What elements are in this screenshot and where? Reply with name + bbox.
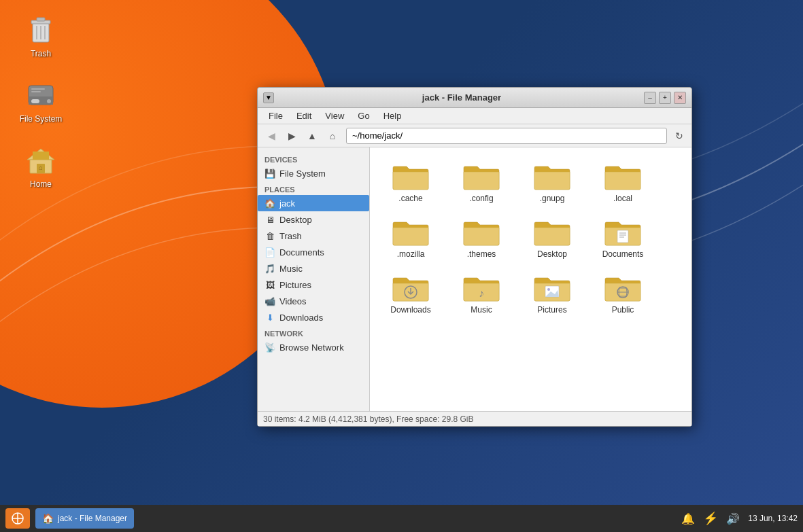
maximize-button[interactable]: + bbox=[659, 92, 671, 104]
menu-view[interactable]: View bbox=[320, 109, 349, 122]
places-header: PLACES bbox=[258, 181, 369, 195]
file-item-gnupg[interactable]: .gnupg bbox=[518, 154, 586, 207]
pictures-folder-label: Pictures bbox=[537, 305, 566, 315]
svg-point-25 bbox=[547, 288, 550, 291]
sidebar-item-documents[interactable]: 📄 Documents bbox=[258, 244, 369, 260]
desktop-icon-home[interactable]: ⌂ Home bbox=[14, 144, 68, 189]
taskbar: 🏠 jack - File Manager 🔔 ⚡ 🔊 13 Jun, 13:4… bbox=[0, 505, 803, 532]
sidebar-documents-label: Documents bbox=[279, 247, 324, 258]
desktop-folder-label: Desktop bbox=[537, 249, 567, 259]
file-manager-window: ▼ jack - File Manager – + ✕ File Edit Vi… bbox=[257, 87, 692, 427]
up-button[interactable]: ▲ bbox=[303, 127, 322, 145]
window-menu-button[interactable]: ▼ bbox=[263, 92, 274, 103]
file-item-config[interactable]: .config bbox=[447, 154, 515, 207]
main-content: DEVICES 💾 File System PLACES 🏠 jack 🖥 De… bbox=[258, 147, 691, 411]
menu-edit[interactable]: Edit bbox=[291, 109, 317, 122]
home-button[interactable]: ⌂ bbox=[323, 127, 342, 145]
status-bar: 30 items: 4.2 MiB (4,412,381 bytes), Fre… bbox=[258, 411, 691, 426]
public-folder-label: Public bbox=[612, 305, 634, 315]
sidebar-music-label: Music bbox=[279, 264, 303, 274]
downloads-folder-icon bbox=[392, 270, 430, 302]
downloads-sidebar-icon: ⬇ bbox=[264, 312, 275, 323]
sidebar-trash-label: Trash bbox=[279, 231, 302, 241]
sidebar-item-trash[interactable]: 🗑 Trash bbox=[258, 228, 369, 244]
file-item-cache[interactable]: .cache bbox=[377, 154, 445, 207]
filesystem-sidebar-icon: 💾 bbox=[264, 168, 275, 179]
back-button[interactable]: ◀ bbox=[262, 127, 281, 145]
sidebar-item-filesystem[interactable]: 💾 File System bbox=[258, 165, 369, 181]
file-item-public[interactable]: Public bbox=[589, 266, 657, 319]
status-text: 30 items: 4.2 MiB (4,412,381 bytes), Fre… bbox=[263, 414, 474, 424]
file-item-desktop-folder[interactable]: Desktop bbox=[518, 210, 586, 263]
themes-label: .themes bbox=[467, 249, 496, 259]
desktop-icon-filesystem[interactable]: File System bbox=[14, 79, 68, 124]
file-grid: .cache .config bbox=[370, 147, 691, 411]
menu-help[interactable]: Help bbox=[378, 109, 407, 122]
address-bar[interactable] bbox=[346, 128, 667, 144]
desktop-icons-container: Trash File System bbox=[14, 14, 68, 189]
trash-label: Trash bbox=[31, 49, 51, 58]
svg-rect-2 bbox=[37, 18, 45, 21]
minimize-button[interactable]: – bbox=[644, 92, 656, 104]
window-controls: – + ✕ bbox=[644, 92, 686, 104]
bell-icon[interactable]: 🔔 bbox=[681, 512, 695, 525]
sidebar-pictures-label: Pictures bbox=[279, 280, 311, 290]
sidebar-item-desktop[interactable]: 🖥 Desktop bbox=[258, 211, 369, 228]
sidebar-jack-label: jack bbox=[279, 198, 295, 209]
sidebar-network-label: Browse Network bbox=[279, 342, 344, 353]
desktop: Trash File System bbox=[0, 0, 803, 532]
power-icon[interactable]: ⚡ bbox=[703, 511, 718, 526]
file-item-mozilla[interactable]: .mozilla bbox=[377, 210, 445, 263]
taskbar-right: 🔔 ⚡ 🔊 13 Jun, 13:42 bbox=[681, 511, 798, 526]
menu-go[interactable]: Go bbox=[352, 109, 375, 122]
sidebar-item-jack[interactable]: 🏠 jack bbox=[258, 195, 369, 211]
file-item-downloads[interactable]: Downloads bbox=[377, 266, 445, 319]
file-item-local[interactable]: .local bbox=[589, 154, 657, 207]
pictures-folder-icon bbox=[533, 270, 571, 302]
toolbar: ◀ ▶ ▲ ⌂ ↻ bbox=[258, 124, 691, 147]
sidebar-item-videos[interactable]: 📹 Videos bbox=[258, 293, 369, 309]
svg-rect-8 bbox=[31, 99, 39, 103]
volume-icon[interactable]: 🔊 bbox=[726, 512, 740, 525]
downloads-folder-label: Downloads bbox=[390, 305, 430, 315]
sidebar-item-music[interactable]: 🎵 Music bbox=[258, 260, 369, 277]
sidebar-item-browse-network[interactable]: 📡 Browse Network bbox=[258, 339, 369, 355]
sidebar-desktop-label: Desktop bbox=[279, 215, 312, 225]
desktop-icon-trash[interactable]: Trash bbox=[14, 14, 68, 58]
close-button[interactable]: ✕ bbox=[674, 92, 686, 104]
sidebar-downloads-label: Downloads bbox=[279, 313, 323, 323]
start-button[interactable] bbox=[5, 508, 30, 529]
forward-button[interactable]: ▶ bbox=[282, 127, 301, 145]
menu-bar: File Edit View Go Help bbox=[258, 108, 691, 124]
file-item-pictures[interactable]: Pictures bbox=[518, 266, 586, 319]
file-item-themes[interactable]: .themes bbox=[447, 210, 515, 263]
menu-file[interactable]: File bbox=[263, 109, 288, 122]
config-folder-icon bbox=[462, 158, 500, 191]
taskbar-file-manager[interactable]: 🏠 jack - File Manager bbox=[35, 508, 134, 529]
gnupg-folder-icon bbox=[533, 158, 571, 191]
svg-point-9 bbox=[47, 99, 51, 103]
file-item-music[interactable]: ♪ Music bbox=[447, 266, 515, 319]
sidebar-filesystem-label: File System bbox=[279, 169, 326, 179]
local-folder-icon bbox=[604, 158, 642, 191]
documents-sidebar-icon: 📄 bbox=[264, 247, 275, 258]
sidebar-item-pictures[interactable]: 🖼 Pictures bbox=[258, 277, 369, 293]
clock: 13 Jun, 13:42 bbox=[748, 514, 798, 523]
music-sidebar-icon: 🎵 bbox=[264, 263, 275, 274]
home-folder-icon: ⌂ bbox=[24, 144, 57, 177]
svg-text:⌂: ⌂ bbox=[39, 164, 43, 171]
network-sidebar-icon: 📡 bbox=[264, 342, 275, 353]
file-item-documents[interactable]: Documents bbox=[589, 210, 657, 263]
documents-folder-label: Documents bbox=[602, 249, 644, 259]
svg-rect-10 bbox=[31, 88, 45, 90]
sidebar-item-downloads[interactable]: ⬇ Downloads bbox=[258, 309, 369, 325]
jack-sidebar-icon: 🏠 bbox=[264, 198, 275, 209]
gnupg-label: .gnupg bbox=[540, 194, 565, 203]
svg-rect-17 bbox=[617, 230, 628, 243]
network-header: NETWORK bbox=[258, 325, 369, 339]
window-title: jack - File Manager bbox=[279, 92, 644, 103]
svg-marker-14 bbox=[33, 152, 49, 160]
refresh-button[interactable]: ↻ bbox=[671, 128, 687, 144]
home-label: Home bbox=[30, 179, 52, 189]
pictures-sidebar-icon: 🖼 bbox=[264, 279, 275, 290]
